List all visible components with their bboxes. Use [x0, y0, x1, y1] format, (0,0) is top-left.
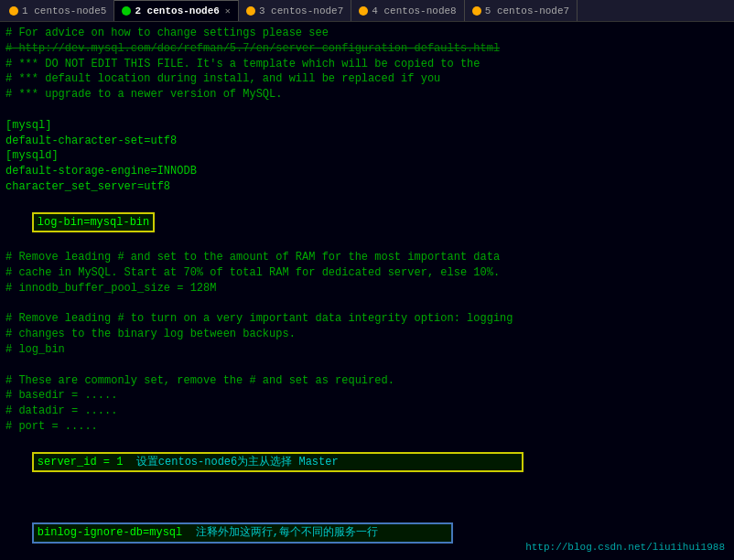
line-comment-innodb: # innodb_buffer_pool_size = 128M [5, 281, 729, 296]
line-comment-ram1: # Remove leading # and set to the amount… [5, 250, 729, 265]
tab-label-1: 1 centos-node5 [22, 5, 106, 16]
line-comment-datadir: # datadir = ..... [5, 404, 729, 419]
tab-centos-node8[interactable]: 4 centos-node8 [351, 0, 464, 21]
line-comment-basedir: # basedir = ..... [5, 388, 729, 404]
watermark: http://blog.csdn.net/liu1ihui1988 [525, 542, 725, 553]
line-charset: default-character-set=utf8 [5, 134, 729, 149]
line-charsetserver: character_set_server=utf8 [5, 179, 729, 195]
line-blank-1 [5, 102, 729, 118]
line-comment-common: # These are commonly set, remove the # a… [5, 373, 729, 389]
tab-centos-node5[interactable]: 1 centos-node5 [2, 0, 114, 21]
line-comment-integrity2: # changes to the binary log between back… [5, 327, 729, 342]
line-blank-4 [5, 490, 729, 505]
line-blank-2 [5, 296, 729, 312]
tab-label-5: 5 centos-node7 [485, 5, 569, 16]
tab-label-3: 3 centos-node7 [259, 5, 343, 16]
line-storage: default-storage-engine=INNODB [5, 164, 729, 179]
tab-bar: 1 centos-node5 2 centos-node6 ✕ 3 centos… [0, 0, 734, 22]
line-comment-port: # port = ..... [5, 419, 729, 435]
line-comment-integrity1: # Remove leading # to turn on a very imp… [5, 311, 729, 327]
line-mysqld: [mysqld] [5, 148, 729, 164]
line-logbin: log-bin=mysql-bin [5, 197, 729, 248]
terminal: # For advice on how to change settings p… [0, 22, 734, 560]
tab-centos-node6[interactable]: 2 centos-node6 ✕ [114, 0, 238, 21]
tab-centos-node7-5[interactable]: 5 centos-node7 [465, 0, 577, 21]
line-mysql: [mysql] [5, 118, 729, 134]
line-4: # *** default location during install, a… [5, 71, 729, 87]
line-1: # For advice on how to change settings p… [5, 26, 729, 41]
tab-label-4: 4 centos-node8 [372, 5, 456, 16]
close-icon[interactable]: ✕ [225, 5, 231, 16]
line-3: # *** DO NOT EDIT THIS FILE. It's a temp… [5, 57, 729, 72]
line-comment-logbin: # log_bin [5, 342, 729, 358]
tab-centos-node7-3[interactable]: 3 centos-node7 [239, 0, 351, 21]
line-2: # http://dev.mysql.com/doc/refman/5.7/en… [5, 41, 729, 57]
line-blank-3 [5, 358, 729, 373]
line-serverid: server_id = 1 设置centos-node6为主从选择 Master [5, 436, 729, 488]
line-5: # *** upgrade to a newer version of MySQ… [5, 87, 729, 102]
line-comment-ram2: # cache in MySQL. Start at 70% of total … [5, 265, 729, 281]
tab-label-2: 2 centos-node6 [135, 5, 219, 16]
